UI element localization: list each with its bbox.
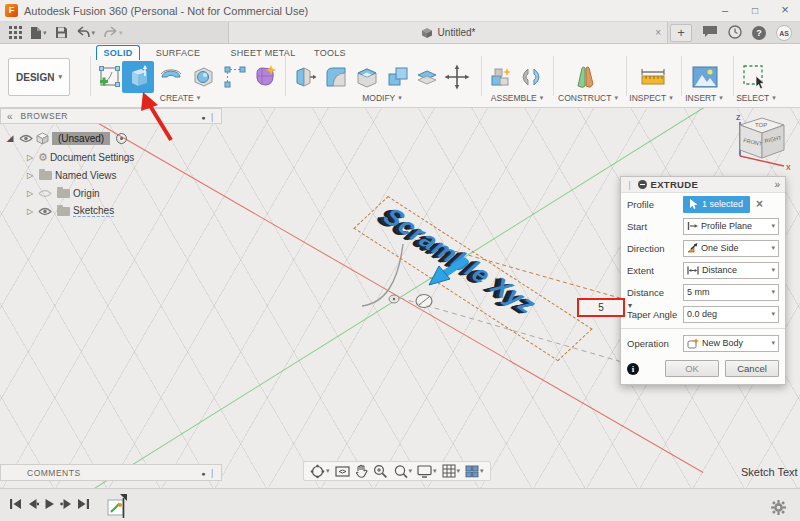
close-button[interactable]	[770, 0, 800, 21]
create-form-icon[interactable]	[252, 64, 278, 90]
zoom-icon[interactable]	[373, 464, 388, 479]
browser-item-origin[interactable]: Origin	[24, 185, 100, 201]
new-tab-button[interactable]: +	[670, 24, 692, 42]
sketch-dimension-icon[interactable]	[222, 64, 248, 90]
direction-dropdown[interactable]: One Side	[683, 240, 779, 257]
shell-icon[interactable]	[354, 64, 380, 90]
distance-manipulator-input[interactable]: 5	[577, 298, 625, 317]
timeline-go-end-button[interactable]	[77, 497, 91, 513]
distance-input[interactable]: 5 mm	[683, 284, 779, 301]
grid-display-icon[interactable]	[442, 464, 461, 478]
panel-dot-icon[interactable]	[201, 111, 205, 122]
tab-tools[interactable]: TOOLS	[308, 45, 352, 60]
manipulator-caret-icon[interactable]	[628, 301, 632, 310]
maximize-button[interactable]	[740, 0, 770, 21]
panel-grip-icon[interactable]	[208, 111, 216, 122]
job-status-icon[interactable]	[728, 25, 742, 41]
browser-panel-header[interactable]: BROWSER	[0, 108, 222, 124]
dialog-info-icon[interactable]: i	[627, 363, 639, 375]
select-tool-icon[interactable]	[742, 64, 768, 90]
collapse-browser-icon[interactable]	[7, 111, 13, 122]
orbit-icon[interactable]	[310, 464, 330, 479]
cancel-button[interactable]: Cancel	[725, 360, 779, 377]
construct-plane-icon[interactable]	[572, 64, 598, 90]
group-label-select[interactable]: SELECT	[728, 92, 784, 103]
timeline-sketch-feature[interactable]	[107, 494, 129, 520]
offset-face-icon[interactable]	[414, 64, 440, 90]
timeline-step-forward-button[interactable]	[60, 497, 73, 513]
timeline-step-back-button[interactable]	[26, 497, 39, 513]
new-component-icon[interactable]	[488, 64, 514, 90]
tab-sheet-metal[interactable]: SHEET METAL	[226, 45, 300, 60]
fillet-icon[interactable]	[323, 64, 349, 90]
profile-selected-chip[interactable]: 1 selected	[683, 196, 750, 213]
extent-dropdown[interactable]: Distance	[683, 262, 779, 279]
expand-icon[interactable]	[24, 153, 36, 162]
panel-grip-icon[interactable]	[208, 467, 216, 478]
combine-icon[interactable]	[385, 64, 411, 90]
expand-icon[interactable]	[24, 189, 36, 198]
expand-open-icon[interactable]	[4, 133, 16, 143]
insert-image-icon[interactable]	[692, 64, 718, 90]
comments-panel-header[interactable]: COMMENTS	[0, 464, 222, 481]
display-settings-icon[interactable]	[417, 465, 437, 478]
group-label-construct[interactable]: CONSTRUCT	[556, 92, 620, 103]
save-button[interactable]	[52, 23, 71, 43]
taper-angle-label: Taper Angle	[627, 309, 683, 320]
redo-button[interactable]	[100, 23, 126, 43]
timeline-settings-gear-icon[interactable]	[771, 500, 786, 517]
group-label-inspect[interactable]: INSPECT	[623, 92, 679, 103]
timeline-go-start-button[interactable]	[8, 497, 22, 513]
extrude-arrow-manipulator[interactable]	[426, 256, 468, 290]
ok-button[interactable]: OK	[665, 360, 719, 377]
feedback-icon[interactable]	[702, 25, 718, 40]
revolve-tool-icon[interactable]	[158, 64, 184, 90]
taper-angle-input[interactable]: 0.0 deg	[683, 306, 779, 323]
browser-root-row[interactable]: (Unsaved)	[4, 130, 127, 146]
workspace-selector[interactable]: DESIGN	[8, 58, 70, 96]
app-grid-icon[interactable]	[6, 23, 25, 43]
press-pull-icon[interactable]	[292, 64, 318, 90]
visibility-eye-icon[interactable]	[38, 207, 52, 216]
browser-item-named-views[interactable]: Named Views	[24, 167, 117, 183]
move-copy-icon[interactable]	[444, 64, 470, 90]
browser-item-document-settings[interactable]: Document Settings	[24, 149, 134, 165]
undo-button[interactable]	[73, 23, 99, 43]
dialog-collapse-icon[interactable]	[638, 180, 647, 189]
extrude-tool-icon[interactable]	[122, 61, 154, 93]
dialog-popout-icon[interactable]	[774, 179, 780, 190]
help-icon[interactable]: ?	[752, 26, 766, 40]
fit-icon[interactable]	[393, 464, 413, 479]
start-dropdown[interactable]: Profile Plane	[683, 218, 779, 235]
expand-icon[interactable]	[24, 171, 36, 180]
look-at-icon[interactable]	[335, 465, 350, 478]
operation-dropdown[interactable]: New Body	[683, 335, 779, 352]
group-label-assemble[interactable]: ASSEMBLE	[486, 92, 548, 103]
inspect-measure-icon[interactable]	[640, 64, 666, 90]
minimize-button[interactable]	[710, 0, 740, 21]
extrude-dialog-header[interactable]: EXTRUDE	[621, 177, 785, 193]
view-cube[interactable]: Z X TOP FRONT RIGHT	[726, 110, 798, 182]
tab-surface[interactable]: SURFACE	[150, 45, 206, 60]
browser-item-sketches[interactable]: Sketches	[24, 203, 114, 219]
create-sketch-icon[interactable]	[96, 64, 122, 90]
group-label-modify[interactable]: MODIFY	[352, 92, 412, 103]
pan-icon[interactable]	[355, 464, 368, 478]
document-tab[interactable]: Untitled*	[228, 22, 668, 43]
group-label-insert[interactable]: INSERT	[678, 92, 730, 103]
visibility-eye-icon[interactable]	[19, 134, 33, 143]
panel-dot-icon[interactable]	[201, 467, 205, 478]
activate-component-radio[interactable]	[116, 133, 127, 144]
timeline-play-button[interactable]	[43, 497, 56, 513]
joint-icon[interactable]	[518, 64, 544, 90]
expand-icon[interactable]	[24, 207, 36, 216]
viewports-icon[interactable]	[465, 465, 484, 478]
clear-selection-icon[interactable]	[756, 197, 763, 211]
visibility-eye-icon[interactable]	[38, 189, 52, 198]
root-document-label[interactable]: (Unsaved)	[52, 132, 110, 145]
account-avatar[interactable]: AS	[776, 25, 792, 41]
tab-solid[interactable]: SOLID	[96, 45, 140, 60]
sweep-tool-icon[interactable]	[190, 64, 216, 90]
file-menu-button[interactable]	[27, 23, 50, 43]
tab-close-icon[interactable]	[655, 27, 661, 38]
